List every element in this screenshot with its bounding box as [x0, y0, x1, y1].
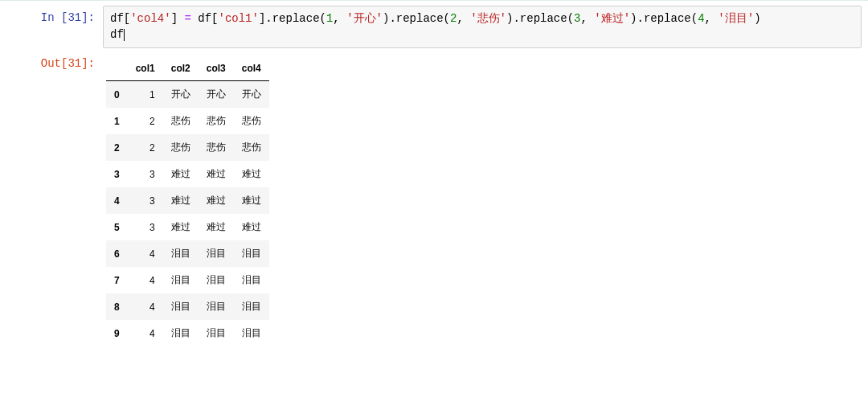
table-cell: 泪目 [199, 293, 234, 320]
in-prefix: In [ [41, 11, 68, 24]
table-cell: 泪目 [199, 240, 234, 267]
index-header-blank [106, 56, 128, 81]
code-token: . [389, 12, 395, 25]
table-cell: 4 [128, 293, 163, 320]
table-row: 22悲伤悲伤悲伤 [106, 134, 269, 161]
code-token: '悲伤' [470, 12, 506, 25]
table-cell: 悲伤 [199, 108, 234, 134]
code-token: '开心' [346, 12, 383, 25]
column-header: col3 [199, 56, 234, 81]
code-token: 4 [698, 12, 704, 25]
table-cell: 难过 [199, 214, 234, 240]
table-cell: 泪目 [234, 240, 269, 267]
out-prefix: Out[ [41, 57, 68, 70]
table-cell: 难过 [199, 187, 234, 214]
table-cell: 泪目 [234, 320, 269, 346]
table-cell: 悲伤 [234, 134, 269, 161]
code-token: df [198, 12, 211, 25]
table-cell: 泪目 [163, 267, 199, 293]
code-token: '难过' [594, 12, 630, 25]
code-token: . [265, 12, 272, 25]
code-token: , [457, 12, 470, 25]
table-cell: 泪目 [234, 293, 269, 320]
table-cell: 泪目 [234, 267, 269, 293]
output-prompt: Out[31]: [6, 51, 103, 72]
table-cell: 悲伤 [199, 134, 234, 161]
table-cell: 难过 [234, 161, 269, 187]
dataframe-header-row: col1col2col3col4 [106, 56, 269, 81]
table-cell: 悲伤 [163, 108, 199, 134]
table-row: 01开心开心开心 [106, 81, 269, 109]
code-token: . [513, 12, 519, 25]
table-row: 33难过难过难过 [106, 161, 269, 187]
input-prompt: In [31]: [6, 6, 103, 27]
column-header: col1 [128, 56, 163, 81]
row-index: 2 [106, 134, 128, 161]
table-row: 94泪目泪目泪目 [106, 320, 269, 346]
table-cell: 难过 [234, 214, 269, 240]
table-cell: 3 [128, 187, 163, 214]
table-row: 43难过难过难过 [106, 187, 269, 214]
code-token: ( [567, 12, 574, 25]
code-token: replace [644, 12, 691, 25]
code-token: ( [691, 12, 698, 25]
dataframe-body: 01开心开心开心12悲伤悲伤悲伤22悲伤悲伤悲伤33难过难过难过43难过难过难过… [106, 81, 269, 347]
row-index: 9 [106, 320, 128, 346]
top-divider [0, 0, 868, 1]
code-token: df [110, 28, 124, 41]
code-cell: In [31]: df['col4'] = df['col1'].replace… [0, 2, 868, 48]
row-index: 4 [106, 187, 128, 214]
code-token: = [184, 12, 190, 25]
table-cell: 泪目 [199, 267, 234, 293]
in-suffix: ]: [81, 11, 95, 24]
output-cell: Out[31]: col1col2col3col4 01开心开心开心12悲伤悲伤… [0, 48, 868, 346]
code-token: replace [272, 12, 320, 25]
column-header: col4 [234, 56, 269, 81]
code-token: . [637, 12, 644, 25]
table-cell: 开心 [234, 81, 269, 109]
table-cell: 3 [128, 214, 163, 240]
code-token: replace [396, 12, 444, 25]
row-index: 0 [106, 81, 128, 109]
code-input[interactable]: df['col4'] = df['col1'].replace(1, '开心')… [103, 6, 862, 48]
code-token: ] [171, 12, 185, 25]
table-cell: 4 [128, 320, 163, 346]
dataframe-head: col1col2col3col4 [106, 56, 269, 81]
in-count: 31 [68, 11, 81, 24]
table-cell: 难过 [199, 161, 234, 187]
table-cell: 难过 [234, 187, 269, 214]
code-token: , [333, 12, 346, 25]
text-cursor [124, 29, 125, 41]
output-area: col1col2col3col4 01开心开心开心12悲伤悲伤悲伤22悲伤悲伤悲… [103, 51, 862, 346]
table-cell: 泪目 [163, 293, 199, 320]
code-token: df [110, 12, 124, 25]
table-row: 64泪目泪目泪目 [106, 240, 269, 267]
code-token: ) [754, 12, 760, 25]
table-cell: 开心 [163, 81, 199, 109]
out-count: 31 [68, 57, 81, 70]
table-cell: 难过 [163, 161, 199, 187]
table-cell: 2 [128, 134, 163, 161]
table-row: 74泪目泪目泪目 [106, 267, 269, 293]
row-index: 8 [106, 293, 128, 320]
code-token: ( [320, 12, 326, 25]
table-cell: 悲伤 [163, 134, 199, 161]
table-cell: 难过 [163, 187, 199, 214]
table-cell: 2 [128, 108, 163, 134]
table-cell: 悲伤 [234, 108, 269, 134]
dataframe-table: col1col2col3col4 01开心开心开心12悲伤悲伤悲伤22悲伤悲伤悲… [106, 56, 269, 346]
table-cell: 难过 [163, 214, 199, 240]
row-index: 7 [106, 267, 128, 293]
table-row: 12悲伤悲伤悲伤 [106, 108, 269, 134]
out-suffix: ]: [81, 57, 95, 70]
code-token: replace [520, 12, 567, 25]
code-token: ( [444, 12, 450, 25]
row-index: 6 [106, 240, 128, 267]
table-cell: 4 [128, 267, 163, 293]
code-token: 'col1' [218, 12, 258, 25]
code-token: , [580, 12, 594, 25]
row-index: 3 [106, 161, 128, 187]
code-token: 'col4' [130, 12, 170, 25]
column-header: col2 [163, 56, 199, 81]
row-index: 1 [106, 108, 128, 134]
